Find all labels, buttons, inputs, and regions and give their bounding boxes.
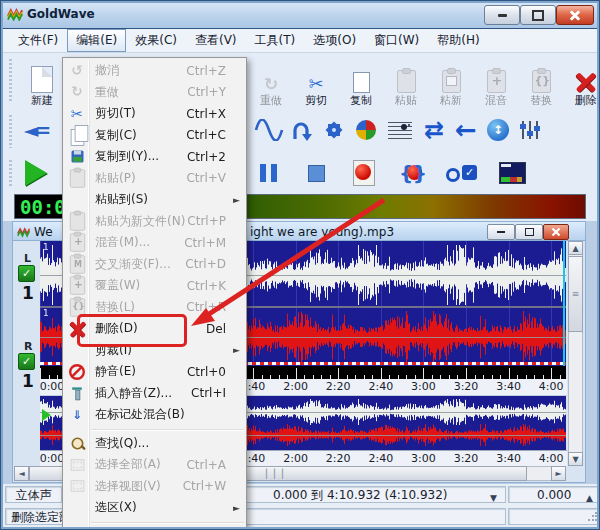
menu-item-shortcut: Ctrl+V xyxy=(186,171,226,185)
menubar-item-window[interactable]: 窗口(W) xyxy=(365,29,428,52)
sine-wave-icon xyxy=(254,119,284,141)
edit-menu-item-paste-to[interactable]: 粘贴到(S)► xyxy=(63,189,246,211)
maximize-button[interactable] xyxy=(520,5,556,25)
toolbar-button-paste[interactable]: 粘贴 xyxy=(384,57,428,107)
edit-menu-item-mix-at-marker[interactable]: ⇓在标记处混合(B) xyxy=(63,404,246,426)
selection-end-marker[interactable] xyxy=(563,241,565,366)
edit-menu-item-mix: 混音(M)...Ctrl+M xyxy=(63,232,246,254)
clipboard-plus-icon xyxy=(69,277,84,295)
play-position-marker[interactable] xyxy=(42,409,51,421)
value-spinner-icon[interactable]: ▲ xyxy=(586,490,593,507)
edit-menu-item-selection[interactable]: 选区(X)► xyxy=(63,497,246,519)
toolbar-button-copy[interactable]: 复制 xyxy=(339,57,383,107)
edit-menu-item-mute[interactable]: 静音(E)Ctrl+0 xyxy=(63,361,246,383)
menu-item-shortcut: Ctrl+K xyxy=(187,279,226,293)
effects-button-arrow-left[interactable]: ← xyxy=(450,113,482,147)
transport-button-stop[interactable] xyxy=(294,157,338,189)
toolbar-button-label: 复制 xyxy=(350,95,372,107)
maximize-icon xyxy=(532,10,544,21)
toolbar-button-cut[interactable]: ✂剪切 xyxy=(294,57,338,107)
edit-menu-item-copy-to[interactable]: 复制到(Y)...Ctrl+2 xyxy=(63,146,246,168)
transport-button-play[interactable] xyxy=(14,157,58,189)
channel-enabled-checkbox-r[interactable]: ✓ xyxy=(18,353,35,370)
scroll-right-arrow[interactable]: ► xyxy=(551,466,566,481)
close-button[interactable] xyxy=(556,5,594,25)
mute-icon xyxy=(69,364,85,380)
selection-dropdown-icon[interactable]: ▼ xyxy=(490,490,497,507)
close-icon xyxy=(552,228,560,236)
edit-menu-item-copy[interactable]: 复制(C)Ctrl+C xyxy=(63,125,246,147)
menubar-item-effects[interactable]: 效果(C) xyxy=(126,29,186,52)
toolbar-button-label: 新建 xyxy=(31,95,53,107)
toolbar-button-label: 替换 xyxy=(530,95,552,107)
minimize-button[interactable] xyxy=(484,5,520,25)
transport-button-record-selection[interactable] xyxy=(392,157,436,189)
scroll-up-arrow[interactable]: ▲ xyxy=(568,241,583,255)
edit-menu-item-undo: ↺撤消Ctrl+Z xyxy=(63,60,246,82)
effects-button-speaker-eq[interactable]: ◄= xyxy=(20,113,52,147)
effects-button-music-staff[interactable] xyxy=(384,113,416,147)
sound-minimize-button[interactable] xyxy=(487,224,515,240)
toolbar-button-redo[interactable]: ↻重做 xyxy=(249,57,293,107)
menubar-item-edit[interactable]: 编辑(E) xyxy=(67,29,126,52)
amp-label: 1 xyxy=(43,242,49,252)
toolbar-grip[interactable] xyxy=(9,59,12,103)
sound-close-button[interactable] xyxy=(543,224,569,240)
app-logo-icon xyxy=(7,7,24,24)
time-label: 3:40 xyxy=(492,452,526,465)
toolbar-button-new-file[interactable]: 新建 xyxy=(20,57,64,107)
effects-button-gear[interactable] xyxy=(318,113,350,147)
menu-bar: 文件(F)编辑(E)效果(C)查看(V)工具(T)选项(O)窗口(W)帮助(H) xyxy=(3,29,597,53)
effects-button-sine-wave[interactable] xyxy=(253,113,285,147)
menu-item-label: 选择视图(V) xyxy=(95,478,161,495)
goldwave-window: GoldWave 文件(F)编辑(E)效果(C)查看(V)工具(T)选项(O)窗… xyxy=(0,0,600,530)
edit-menu-item-cut[interactable]: ✂剪切(T)Ctrl+X xyxy=(63,103,246,125)
toolbar-button-paste-new[interactable]: 粘新 xyxy=(429,57,473,107)
sound-window-title-right: ight we are young).mp3 xyxy=(250,223,394,241)
resize-grip[interactable] xyxy=(587,512,597,522)
effects-button-resize-updown[interactable] xyxy=(482,113,514,147)
arrow-left-icon: ← xyxy=(455,117,477,143)
record-selection-icon xyxy=(399,161,429,185)
paste-new-icon xyxy=(442,70,461,93)
scroll-down-arrow[interactable]: ▼ xyxy=(568,452,583,466)
menu-item-shortcut: Ctrl+P xyxy=(187,214,226,228)
channel-mode-label: 立体声 xyxy=(16,488,52,502)
edit-menu-item-find[interactable]: 查找(Q)... xyxy=(63,433,246,455)
menu-item-label: 粘贴到(S) xyxy=(95,191,148,208)
status-value-cell: 0.000 ▲ xyxy=(508,486,600,503)
new-file-icon xyxy=(31,66,53,93)
edit-menu-item-paste: 粘贴(P)Ctrl+V xyxy=(63,168,246,190)
effects-button-sliders[interactable] xyxy=(514,113,546,147)
effects-button-pinwheel[interactable] xyxy=(350,113,382,147)
transport-button-record[interactable] xyxy=(342,157,386,189)
toolbar-button-delete[interactable]: 删除 xyxy=(564,57,600,107)
vertical-scroll-thumb[interactable]: ≡ xyxy=(568,256,583,332)
visuals-icon xyxy=(499,162,526,184)
scroll-left-arrow[interactable]: ◄ xyxy=(14,466,29,481)
effects-button-swap-channels[interactable]: ⇄ xyxy=(418,113,450,147)
transport-button-visuals[interactable] xyxy=(490,157,534,189)
edit-menu-item-insert-silence[interactable]: 插入静音(Z)...Ctrl+I xyxy=(63,383,246,405)
menubar-item-help[interactable]: 帮助(H) xyxy=(428,29,488,52)
effects-button-reverse[interactable] xyxy=(285,113,317,147)
menubar-item-view[interactable]: 查看(V) xyxy=(186,29,246,52)
sound-restore-button[interactable] xyxy=(515,224,543,240)
toolbar-grip[interactable] xyxy=(9,160,12,186)
channel-enabled-checkbox-l[interactable]: ✓ xyxy=(18,265,35,282)
transport-button-pause[interactable] xyxy=(246,157,290,189)
transport-button-monitor-check[interactable] xyxy=(440,157,484,189)
toolbar-button-clipboard-braces[interactable]: 替换 xyxy=(519,57,563,107)
menu-item-label: 静音(E) xyxy=(95,363,136,380)
toolbar-grip[interactable] xyxy=(9,115,12,148)
paste-icon xyxy=(397,70,416,93)
menubar-item-options[interactable]: 选项(O) xyxy=(304,29,365,52)
cut-icon: ✂ xyxy=(308,75,323,93)
menubar-item-tools[interactable]: 工具(T) xyxy=(246,29,305,52)
toolbar-button-clipboard-plus[interactable]: 混音 xyxy=(474,57,518,107)
sound-window-icon xyxy=(17,225,31,243)
menubar-item-file[interactable]: 文件(F) xyxy=(9,29,67,52)
toolbar-button-label: 粘贴 xyxy=(395,95,417,107)
delete-icon xyxy=(575,71,597,93)
toolbar-button-label: 剪切 xyxy=(305,95,327,107)
